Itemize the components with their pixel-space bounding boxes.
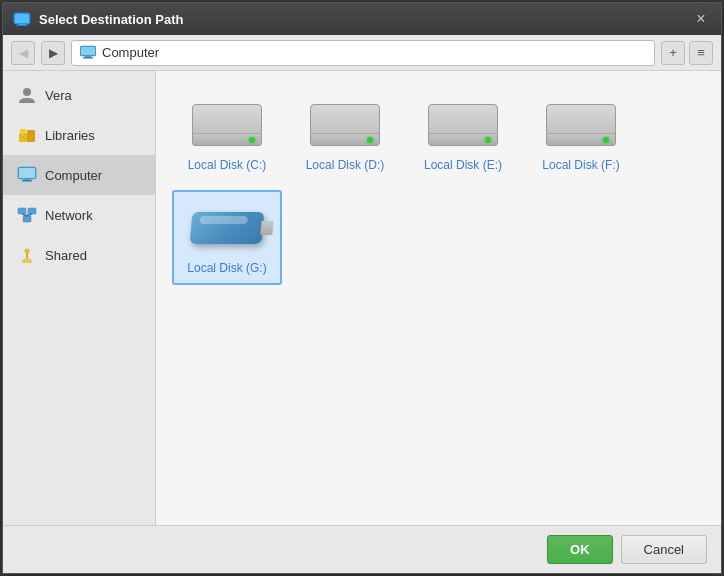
user-icon <box>17 85 37 105</box>
main-file-area: Local Disk (C:) Local Disk (D:) <box>156 71 721 525</box>
content-area: Vera Libraries <box>3 71 721 525</box>
app-icon <box>13 10 31 28</box>
svg-rect-10 <box>27 130 35 142</box>
svg-rect-18 <box>23 216 31 222</box>
drive-e[interactable]: Local Disk (E:) <box>408 87 518 182</box>
svg-point-8 <box>23 88 31 96</box>
svg-point-22 <box>25 249 30 254</box>
drive-g-icon <box>187 199 267 257</box>
forward-button[interactable]: ▶ <box>41 41 65 65</box>
dialog-title: Select Destination Path <box>39 12 183 27</box>
svg-rect-7 <box>83 57 93 59</box>
titlebar-left: Select Destination Path <box>13 10 183 28</box>
drive-f[interactable]: Local Disk (F:) <box>526 87 636 182</box>
sidebar-item-computer[interactable]: Computer <box>3 155 155 195</box>
sidebar-label-shared: Shared <box>45 248 87 263</box>
drive-c[interactable]: Local Disk (C:) <box>172 87 282 182</box>
cancel-button[interactable]: Cancel <box>621 535 707 564</box>
drive-f-icon <box>541 96 621 154</box>
location-bar: Computer <box>71 40 655 66</box>
svg-rect-2 <box>16 25 28 26</box>
drive-c-icon <box>187 96 267 154</box>
toolbar-icons: + ≡ <box>661 41 713 65</box>
svg-rect-16 <box>18 208 26 214</box>
shared-icon <box>17 245 37 265</box>
add-folder-button[interactable]: + <box>661 41 685 65</box>
svg-rect-11 <box>20 129 26 134</box>
drive-d-label: Local Disk (D:) <box>306 158 385 172</box>
sidebar-item-network[interactable]: Network <box>3 195 155 235</box>
sidebar-item-libraries[interactable]: Libraries <box>3 115 155 155</box>
sidebar: Vera Libraries <box>3 71 156 525</box>
view-toggle-button[interactable]: ≡ <box>689 41 713 65</box>
drive-d[interactable]: Local Disk (D:) <box>290 87 400 182</box>
sidebar-label-vera: Vera <box>45 88 72 103</box>
drive-g[interactable]: Local Disk (G:) <box>172 190 282 285</box>
sidebar-item-shared[interactable]: Shared <box>3 235 155 275</box>
drive-c-label: Local Disk (C:) <box>188 158 267 172</box>
computer-icon <box>17 165 37 185</box>
toolbar: ◀ ▶ Computer + ≡ <box>3 35 721 71</box>
sidebar-item-vera[interactable]: Vera <box>3 75 155 115</box>
bottom-bar: OK Cancel <box>3 525 721 573</box>
location-computer-icon <box>80 45 96 61</box>
sidebar-label-computer: Computer <box>45 168 102 183</box>
location-text: Computer <box>102 45 159 60</box>
select-destination-dialog: Select Destination Path × ◀ ▶ Computer +… <box>2 2 722 574</box>
drive-d-icon <box>305 96 385 154</box>
libraries-icon <box>17 125 37 145</box>
drive-f-label: Local Disk (F:) <box>542 158 619 172</box>
svg-rect-15 <box>22 180 32 182</box>
svg-rect-3 <box>15 14 29 23</box>
svg-rect-17 <box>28 208 36 214</box>
sidebar-label-network: Network <box>45 208 93 223</box>
back-button[interactable]: ◀ <box>11 41 35 65</box>
svg-rect-13 <box>19 168 35 178</box>
drive-g-label: Local Disk (G:) <box>187 261 266 275</box>
drive-e-icon <box>423 96 503 154</box>
network-icon <box>17 205 37 225</box>
sidebar-label-libraries: Libraries <box>45 128 95 143</box>
ok-button[interactable]: OK <box>547 535 613 564</box>
svg-rect-9 <box>19 133 27 142</box>
drive-e-label: Local Disk (E:) <box>424 158 502 172</box>
svg-rect-5 <box>81 47 95 55</box>
close-button[interactable]: × <box>691 9 711 29</box>
titlebar: Select Destination Path × <box>3 3 721 35</box>
